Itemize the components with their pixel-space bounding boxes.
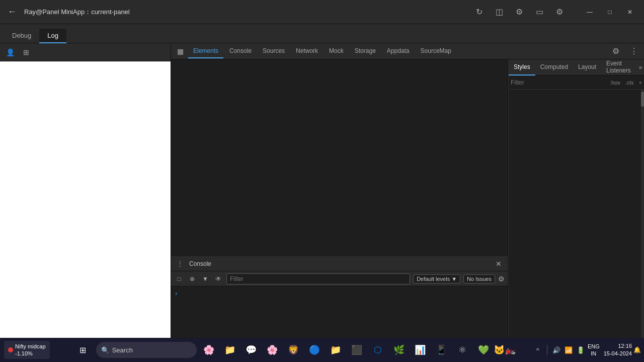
taskbar-app-edge[interactable]: 🔵: [304, 341, 325, 359]
devtools-panel: ▦ Elements Console Sources Network Mock …: [171, 43, 644, 362]
tab-event-listeners[interactable]: Event Listeners: [601, 59, 636, 76]
close-button[interactable]: ✕: [620, 4, 640, 20]
console-stop-icon[interactable]: ⊗: [187, 274, 197, 284]
language-indicator[interactable]: ENG IN: [588, 343, 600, 357]
minimize-button[interactable]: —: [580, 4, 600, 20]
styles-tab-more[interactable]: »: [636, 62, 644, 73]
devtools-main: ⋮ Console ✕ □ ⊗ ▼ 👁 Default levels ▼: [171, 59, 644, 362]
tab-layout[interactable]: Layout: [573, 59, 601, 76]
styles-tabs-bar: Styles Computed Layout Event Listeners »: [509, 59, 644, 76]
tray-volume-icon[interactable]: 🔊: [551, 345, 561, 355]
taskbar-app-chart[interactable]: 📊: [410, 341, 430, 359]
taskbar-app-flower[interactable]: 🌸: [199, 341, 219, 359]
tab-computed[interactable]: Computed: [535, 59, 573, 76]
console-header: ⋮ Console ✕: [171, 256, 508, 271]
devtools-more-icon[interactable]: ⋮: [626, 43, 642, 59]
back-button[interactable]: ←: [4, 4, 20, 20]
taskbar-app-terminal[interactable]: ⬛: [347, 341, 367, 359]
taskbar-app-browser[interactable]: 🦁: [283, 341, 303, 359]
styles-hov-button[interactable]: :hov: [610, 80, 620, 86]
console-levels-label: Default levels: [417, 276, 450, 282]
taskbar-app-phone[interactable]: 📱: [431, 341, 451, 359]
refresh-icon[interactable]: ↻: [471, 4, 487, 20]
phone-icon[interactable]: ▭: [531, 4, 547, 20]
inspector-button[interactable]: ▦: [173, 44, 187, 58]
settings-icon[interactable]: ⚙: [511, 4, 527, 20]
console-prompt-icon: ›: [175, 289, 177, 297]
console-eye-icon[interactable]: 👁: [213, 274, 223, 284]
elements-area: ⋮ Console ✕ □ ⊗ ▼ 👁 Default levels ▼: [171, 59, 508, 362]
titlebar-icons: ↻ ◫ ⚙ ▭ ⚙: [471, 4, 568, 20]
taskbar-search[interactable]: 🔍 Search: [96, 342, 197, 358]
left-panel: 👤 ⊞: [0, 43, 171, 362]
taskbar-app-folder2[interactable]: 📁: [326, 341, 346, 359]
tab-storage[interactable]: Storage: [350, 44, 381, 58]
console-filter-input[interactable]: [226, 273, 410, 284]
styles-filter-row: :hov .cls +: [509, 76, 644, 90]
taskbar-center: ⊞ 🔍 Search 🌸 📁 💬 🌸 🦁 🔵 📁 ⬛ ⬡ 🌿 📊 📱 ⚛ 💚 🐱…: [54, 341, 533, 359]
elements-content: [171, 59, 508, 256]
titlebar: ← Ray@Panel MiniApp：current-panel ↻ ◫ ⚙ …: [0, 0, 644, 24]
maximize-button[interactable]: □: [600, 4, 620, 20]
taskbar-notification-area[interactable]: 🔔: [634, 341, 640, 359]
taskbar-clock[interactable]: 12:16 15-04-2024: [604, 342, 632, 358]
taskbar-app-react[interactable]: ⚛: [452, 341, 472, 359]
taskbar-app-dev[interactable]: 🐱‍🏍: [495, 341, 515, 359]
tray-network-icon[interactable]: 📶: [564, 345, 574, 355]
taskbar-apps: 🌸 📁 💬 🌸 🦁 🔵 📁 ⬛ ⬡ 🌿 📊 📱 ⚛ 💚 🐱‍🏍: [199, 341, 515, 359]
more-icon[interactable]: ⚙: [551, 4, 568, 20]
taskbar-app-app2[interactable]: 🌸: [262, 341, 282, 359]
tray-battery-icon[interactable]: 🔋: [576, 345, 586, 355]
tray-expand-icon[interactable]: ^: [533, 345, 543, 355]
notification-text: Nifty midcap -1.10%: [15, 343, 46, 357]
devtools-settings-icon[interactable]: ⚙: [608, 43, 624, 59]
console-toolbar: □ ⊗ ▼ 👁 Default levels ▼ No Issues ⚙: [171, 271, 508, 286]
styles-scrollbar-thumb[interactable]: [641, 92, 644, 107]
taskbar-notification[interactable]: Nifty midcap -1.10%: [4, 341, 50, 359]
taskbar-date: 15-04-2024: [604, 350, 632, 357]
mini-app-content: [0, 61, 171, 362]
lang-line1: ENG: [588, 343, 600, 350]
console-levels-button[interactable]: Default levels ▼: [413, 274, 460, 283]
taskbar: Nifty midcap -1.10% ⊞ 🔍 Search 🌸 📁 💬 🌸 🦁…: [0, 338, 644, 362]
tab-appdata[interactable]: Appdata: [382, 44, 415, 58]
window-controls: — □ ✕: [580, 4, 640, 20]
taskbar-app-folder[interactable]: 📁: [220, 341, 240, 359]
console-dropdown-icon[interactable]: ▼: [200, 274, 210, 284]
console-issues-button[interactable]: No Issues: [463, 274, 495, 283]
styles-add-button[interactable]: +: [639, 80, 642, 86]
taskbar-search-label: Search: [112, 346, 133, 354]
tab-sourcemap[interactable]: SourceMap: [416, 44, 456, 58]
taskbar-tray: ^ 🔊 📶 🔋: [533, 345, 586, 355]
styles-cls-button[interactable]: .cls: [625, 80, 634, 86]
layout-icon[interactable]: ⊞: [20, 46, 32, 58]
user-icon[interactable]: 👤: [4, 46, 16, 58]
tab-debug[interactable]: Debug: [4, 29, 39, 43]
taskbar-app-vscode[interactable]: ⬡: [368, 341, 388, 359]
console-close-button[interactable]: ✕: [494, 259, 504, 269]
left-panel-toolbar: 👤 ⊞: [0, 43, 171, 61]
console-settings-icon[interactable]: ⚙: [498, 275, 505, 283]
tab-mock[interactable]: Mock: [324, 44, 349, 58]
taskbar-app-flower2[interactable]: 🌿: [389, 341, 409, 359]
console-drag-handle[interactable]: ⋮: [175, 259, 185, 269]
tab-log[interactable]: Log: [39, 29, 66, 43]
tab-network[interactable]: Network: [291, 44, 323, 58]
styles-filter-input[interactable]: [511, 79, 610, 86]
console-title-label: Console: [189, 260, 211, 267]
top-tabs-bar: Debug Log: [0, 24, 644, 43]
notification-dot: [8, 347, 13, 352]
tab-console[interactable]: Console: [224, 44, 257, 58]
taskbar-time: 12:16: [604, 342, 632, 350]
styles-scrollbar[interactable]: [641, 90, 644, 362]
taskbar-app-whatsapp[interactable]: 💚: [473, 341, 494, 359]
tab-styles[interactable]: Styles: [509, 59, 535, 76]
console-clear-icon[interactable]: □: [174, 274, 184, 284]
tab-sources[interactable]: Sources: [258, 44, 290, 58]
start-button[interactable]: ⊞: [72, 341, 94, 359]
tray-divider: [547, 345, 547, 355]
grid-icon[interactable]: ◫: [491, 4, 507, 20]
tab-elements[interactable]: Elements: [188, 44, 223, 58]
styles-content: [509, 90, 644, 362]
taskbar-app-message[interactable]: 💬: [241, 341, 261, 359]
